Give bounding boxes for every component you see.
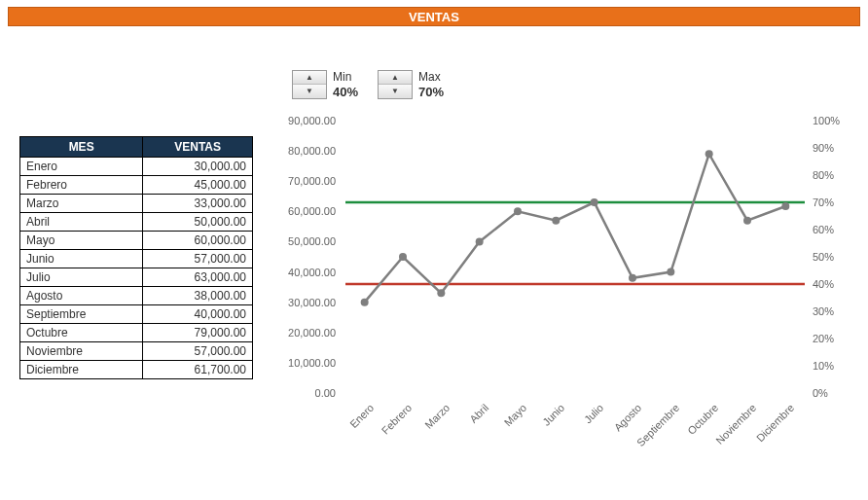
cell-month: Enero [20, 158, 143, 176]
banner-title: VENTAS [409, 10, 459, 24]
y-right-tick: 60% [813, 224, 851, 235]
cell-month: Julio [20, 268, 143, 287]
min-spinner-group: ▲ ▼ Min 40% [292, 70, 358, 99]
th-month: MES [20, 137, 143, 158]
data-point [629, 274, 636, 282]
data-point [552, 217, 560, 225]
sales-table: MES VENTAS Enero30,000.00Febrero45,000.0… [19, 136, 253, 379]
cell-month: Junio [20, 250, 143, 268]
data-point [361, 299, 369, 306]
x-tick-label: Febrero [380, 402, 415, 437]
x-tick-label: Abril [467, 402, 490, 425]
data-point [743, 217, 751, 225]
cell-sales: 33,000.00 [143, 195, 253, 213]
cell-sales: 63,000.00 [143, 268, 253, 287]
threshold-controls: ▲ ▼ Min 40% ▲ ▼ Max 70% [292, 70, 444, 99]
max-spinner[interactable]: ▲ ▼ [378, 70, 413, 99]
max-spinner-up-button[interactable]: ▲ [379, 71, 412, 85]
max-label: Max [418, 70, 444, 85]
cell-month: Febrero [20, 176, 143, 195]
cell-sales: 60,000.00 [143, 232, 253, 250]
cell-month: Septiembre [20, 305, 143, 324]
y-left-tick: 40,000.00 [277, 267, 336, 278]
data-point [514, 207, 522, 215]
table-row: Julio63,000.00 [20, 268, 253, 287]
x-tick-label: Octubre [685, 402, 720, 437]
y-right-tick: 40% [813, 278, 851, 290]
table-row: Junio57,000.00 [20, 250, 253, 268]
y-left-tick: 20,000.00 [277, 327, 336, 339]
cell-sales: 57,000.00 [143, 250, 253, 268]
y-right-tick: 50% [813, 251, 851, 263]
sales-chart: 0.0010,000.0020,000.0030,000.0040,000.00… [277, 115, 851, 494]
page-header-banner: VENTAS [8, 7, 860, 26]
cell-sales: 57,000.00 [143, 342, 253, 361]
table-row: Agosto38,000.00 [20, 287, 253, 305]
y-left-tick: 90,000.00 [277, 115, 336, 126]
x-axis-labels: EneroFebreroMarzoAbrilMayoJunioJulioAgos… [345, 399, 805, 477]
y-left-tick: 10,000.00 [277, 357, 336, 369]
y-right-tick: 100% [813, 115, 851, 126]
table-row: Enero30,000.00 [20, 158, 253, 176]
cell-sales: 30,000.00 [143, 158, 253, 176]
table-row: Octubre79,000.00 [20, 324, 253, 342]
y-right-tick: 80% [813, 169, 851, 181]
table-row: Mayo60,000.00 [20, 232, 253, 250]
table-row: Abril50,000.00 [20, 213, 253, 232]
cell-sales: 38,000.00 [143, 287, 253, 305]
y-right-tick: 70% [813, 196, 851, 208]
sales-line [365, 154, 786, 302]
y-left-tick: 50,000.00 [277, 235, 336, 247]
x-tick-label: Junio [541, 402, 567, 428]
cell-sales: 79,000.00 [143, 324, 253, 342]
x-tick-label: Noviembre [713, 402, 758, 446]
x-tick-label: Enero [347, 402, 376, 430]
data-point [437, 289, 445, 297]
y-left-tick: 60,000.00 [277, 205, 336, 217]
table-row: Noviembre57,000.00 [20, 342, 253, 361]
data-point [399, 253, 407, 261]
max-value: 70% [418, 85, 444, 99]
cell-sales: 61,700.00 [143, 361, 253, 379]
x-tick-label: Julio [581, 402, 604, 425]
min-label: Min [333, 70, 358, 85]
x-tick-label: Mayo [502, 402, 529, 429]
cell-sales: 50,000.00 [143, 213, 253, 232]
y-right-tick: 0% [813, 387, 851, 399]
cell-month: Noviembre [20, 342, 143, 361]
y-left-tick: 30,000.00 [277, 297, 336, 308]
min-spinner-down-button[interactable]: ▼ [293, 85, 326, 98]
data-point [591, 198, 598, 206]
x-tick-label: Diciembre [754, 402, 796, 444]
y-right-tick: 20% [813, 333, 851, 344]
th-sales: VENTAS [143, 137, 253, 158]
min-spinner[interactable]: ▲ ▼ [292, 70, 327, 99]
min-value: 40% [333, 85, 358, 99]
cell-month: Abril [20, 213, 143, 232]
max-spinner-group: ▲ ▼ Max 70% [378, 70, 444, 99]
max-spinner-down-button[interactable]: ▼ [379, 85, 412, 98]
table-row: Marzo33,000.00 [20, 195, 253, 213]
cell-sales: 45,000.00 [143, 176, 253, 195]
y-right-tick: 30% [813, 305, 851, 317]
data-point [476, 237, 484, 245]
min-spinner-up-button[interactable]: ▲ [293, 71, 326, 85]
data-point [705, 150, 713, 158]
cell-month: Diciembre [20, 361, 143, 379]
y-right-tick: 10% [813, 360, 851, 372]
table-row: Febrero45,000.00 [20, 176, 253, 195]
table-row: Septiembre40,000.00 [20, 305, 253, 324]
cell-month: Marzo [20, 195, 143, 213]
x-tick-label: Agosto [612, 402, 644, 434]
y-left-tick: 80,000.00 [277, 145, 336, 157]
data-point [667, 268, 674, 276]
y-left-tick: 70,000.00 [277, 175, 336, 187]
y-right-tick: 90% [813, 142, 851, 154]
x-tick-label: Marzo [423, 402, 452, 431]
y-left-tick: 0.00 [277, 387, 336, 399]
cell-sales: 40,000.00 [143, 305, 253, 324]
cell-month: Agosto [20, 287, 143, 305]
data-point [781, 202, 789, 210]
plot-area [345, 121, 805, 393]
cell-month: Octubre [20, 324, 143, 342]
